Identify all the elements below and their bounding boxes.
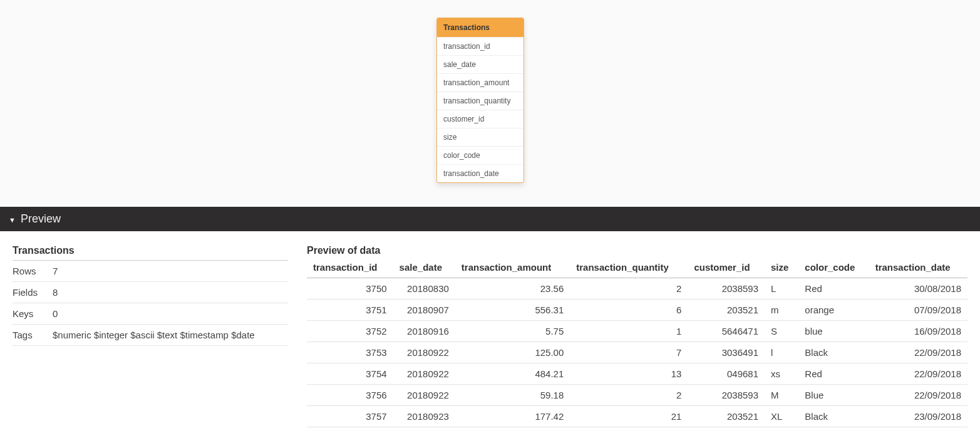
table-cell: 22/09/2018	[869, 363, 967, 385]
metadata-value: 7	[53, 266, 288, 276]
table-cell: L	[765, 278, 798, 300]
metadata-label: Tags	[13, 330, 53, 340]
table-cell: 20180907	[393, 300, 455, 321]
table-cell: 20180922	[393, 385, 455, 406]
table-cell: l	[765, 342, 798, 363]
table-cell: 20180916	[393, 321, 455, 342]
table-card-header[interactable]: Transactions	[437, 18, 524, 37]
data-preview-table: transaction_idsale_datetransaction_amoun…	[307, 258, 967, 427]
table-cell: xs	[765, 363, 798, 385]
data-preview-panel: Preview of data transaction_idsale_datet…	[307, 245, 967, 427]
table-cell: M	[765, 385, 798, 406]
table-cell: 3754	[307, 363, 393, 385]
table-cell: 6	[570, 300, 688, 321]
column-header[interactable]: customer_id	[688, 258, 765, 278]
table-cell: m	[765, 300, 798, 321]
table-cell: 125.00	[455, 342, 570, 363]
metadata-label: Fields	[13, 287, 53, 298]
table-cell: 20180923	[393, 406, 455, 427]
table-cell: 20180922	[393, 363, 455, 385]
table-cell: XL	[765, 406, 798, 427]
table-cell: Black	[798, 406, 869, 427]
column-header[interactable]: transaction_amount	[455, 258, 570, 278]
column-header[interactable]: transaction_quantity	[570, 258, 688, 278]
table-cell: Black	[798, 342, 869, 363]
table-cell: 07/09/2018	[869, 300, 967, 321]
metadata-title: Transactions	[13, 245, 288, 261]
table-cell: 2	[570, 385, 688, 406]
column-header[interactable]: color_code	[798, 258, 869, 278]
table-cell: 556.31	[455, 300, 570, 321]
metadata-row-fields: Fields 8	[13, 282, 288, 303]
metadata-row-tags: Tags $numeric $integer $ascii $text $tim…	[13, 325, 288, 346]
table-cell: Blue	[798, 385, 869, 406]
table-cell: 484.21	[455, 363, 570, 385]
data-preview-title: Preview of data	[307, 245, 967, 258]
table-cell: 3756	[307, 385, 393, 406]
table-cell: 7	[570, 342, 688, 363]
metadata-label: Rows	[13, 266, 53, 276]
table-cell: 203521	[688, 406, 765, 427]
column-header[interactable]: sale_date	[393, 258, 455, 278]
table-cell: 1	[570, 321, 688, 342]
table-header-row: transaction_idsale_datetransaction_amoun…	[307, 258, 967, 278]
table-cell: 3751	[307, 300, 393, 321]
table-row[interactable]: 375720180923177.4221203521XLBlack23/09/2…	[307, 406, 967, 427]
preview-panel-body: Transactions Rows 7 Fields 8 Keys 0 Tags…	[0, 231, 980, 433]
table-row[interactable]: 375420180922484.2113049681xsRed22/09/201…	[307, 363, 967, 385]
table-cell: 2038593	[688, 385, 765, 406]
table-cell: 3750	[307, 278, 393, 300]
column-header[interactable]: transaction_id	[307, 258, 393, 278]
table-card-field[interactable]: size	[437, 128, 524, 146]
table-cell: blue	[798, 321, 869, 342]
table-row[interactable]: 37562018092259.1822038593MBlue22/09/2018	[307, 385, 967, 406]
preview-panel-header[interactable]: ▼ Preview	[0, 207, 980, 231]
table-row[interactable]: 37502018083023.5622038593LRed30/08/2018	[307, 278, 967, 300]
table-cell: 3757	[307, 406, 393, 427]
table-cell: 22/09/2018	[869, 342, 967, 363]
table-cell: orange	[798, 300, 869, 321]
table-cell: 5646471	[688, 321, 765, 342]
metadata-label: Keys	[13, 308, 53, 319]
table-metadata-panel: Transactions Rows 7 Fields 8 Keys 0 Tags…	[13, 245, 288, 427]
table-row[interactable]: 375320180922125.0073036491lBlack22/09/20…	[307, 342, 967, 363]
table-cell: Red	[798, 363, 869, 385]
metadata-row-keys: Keys 0	[13, 303, 288, 325]
preview-panel-title: Preview	[21, 212, 61, 226]
table-cell: 21	[570, 406, 688, 427]
table-cell: 203521	[688, 300, 765, 321]
column-header[interactable]: transaction_date	[869, 258, 967, 278]
table-card-field[interactable]: color_code	[437, 146, 524, 164]
metadata-value: $numeric $integer $ascii $text $timestam…	[53, 330, 288, 340]
table-cell: 3036491	[688, 342, 765, 363]
table-card-field[interactable]: transaction_quantity	[437, 91, 524, 110]
table-card-field[interactable]: transaction_amount	[437, 73, 524, 91]
metadata-value: 8	[53, 287, 288, 298]
table-card-field[interactable]: transaction_id	[437, 37, 524, 55]
table-cell: S	[765, 321, 798, 342]
table-cell: 20180922	[393, 342, 455, 363]
table-card-field[interactable]: sale_date	[437, 55, 524, 73]
table-card-field[interactable]: customer_id	[437, 110, 524, 128]
table-cell: 23.56	[455, 278, 570, 300]
table-cell: 20180830	[393, 278, 455, 300]
chevron-down-icon: ▼	[9, 216, 16, 224]
table-cell: Red	[798, 278, 869, 300]
table-cell: 16/09/2018	[869, 321, 967, 342]
table-card-field[interactable]: transaction_date	[437, 164, 524, 182]
table-row[interactable]: 3752201809165.7515646471Sblue16/09/2018	[307, 321, 967, 342]
table-cell: 2	[570, 278, 688, 300]
table-cell: 3752	[307, 321, 393, 342]
table-cell: 2038593	[688, 278, 765, 300]
model-canvas[interactable]: Transactions transaction_idsale_datetran…	[0, 0, 980, 207]
table-cell: 13	[570, 363, 688, 385]
table-cell: 22/09/2018	[869, 385, 967, 406]
table-cell: 23/09/2018	[869, 406, 967, 427]
table-cell: 177.42	[455, 406, 570, 427]
table-cell: 59.18	[455, 385, 570, 406]
metadata-row-rows: Rows 7	[13, 261, 288, 282]
column-header[interactable]: size	[765, 258, 798, 278]
table-card-transactions[interactable]: Transactions transaction_idsale_datetran…	[436, 18, 524, 183]
table-row[interactable]: 375120180907556.316203521morange07/09/20…	[307, 300, 967, 321]
metadata-value: 0	[53, 308, 288, 319]
